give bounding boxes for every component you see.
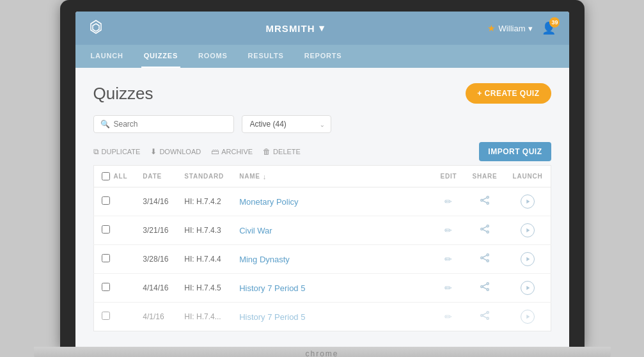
title-chevron: ▾: [319, 22, 325, 34]
notification-area[interactable]: 👤 39: [542, 21, 556, 35]
col-header-edit: EDIT: [432, 166, 464, 187]
quiz-name-link[interactable]: History 7 Period 5: [239, 283, 305, 293]
quiz-name-link[interactable]: Civil War: [239, 226, 272, 235]
download-icon: ⬇: [150, 147, 157, 156]
search-box: 🔍: [93, 115, 234, 133]
svg-marker-25: [526, 286, 530, 290]
svg-line-24: [483, 287, 487, 289]
quiz-name-link[interactable]: Monetary Policy: [239, 197, 298, 207]
quiz-name-link[interactable]: History 7 Period 5: [239, 312, 305, 322]
edit-icon[interactable]: ✏: [444, 283, 452, 293]
user-area[interactable]: ★ William ▾: [487, 23, 533, 33]
svg-line-18: [483, 258, 487, 260]
search-input[interactable]: [114, 120, 227, 129]
row-standard: HI: H.7.4.3: [177, 216, 232, 245]
download-button[interactable]: ⬇ DOWNLOAD: [150, 147, 201, 156]
svg-point-28: [487, 317, 489, 319]
launch-icon[interactable]: [521, 252, 535, 266]
svg-point-20: [487, 283, 489, 285]
app-title: MRSMITH: [266, 23, 315, 34]
share-icon[interactable]: [480, 311, 490, 322]
svg-point-9: [481, 228, 483, 230]
table-row: 3/21/16 HI: H.7.4.3 Civil War ✏: [93, 216, 551, 245]
quiz-table: ALL DATE STANDARD NAME ↓: [93, 165, 551, 331]
import-quiz-button[interactable]: IMPORT QUIZ: [479, 142, 551, 161]
svg-point-22: [487, 289, 489, 290]
edit-icon[interactable]: ✏: [444, 196, 452, 207]
create-quiz-button[interactable]: + CREATE QUIZ: [466, 83, 551, 104]
row-edit-cell: ✏: [432, 303, 464, 331]
filter-select[interactable]: Active (44): [242, 115, 331, 133]
nav-quizzes[interactable]: QUIZZES: [141, 45, 180, 68]
row-name: History 7 Period 5: [232, 274, 432, 303]
screen-bezel: MRSMITH ▾ ★ William ▾ 👤 39: [60, 0, 585, 347]
app: MRSMITH ▾ ★ William ▾ 👤 39: [75, 12, 569, 347]
row-date: 4/1/16: [135, 303, 177, 331]
duplicate-icon: ⧉: [93, 147, 99, 156]
table-row: 3/14/16 HI: H.7.4.2 Monetary Policy ✏: [93, 187, 551, 216]
archive-icon: 🗃: [211, 147, 219, 156]
col-header-check: ALL: [93, 166, 135, 187]
svg-line-23: [483, 284, 487, 286]
row-checkbox-cell: [93, 274, 135, 303]
row-edit-cell: ✏: [432, 216, 464, 245]
share-icon[interactable]: [480, 196, 490, 207]
svg-marker-19: [526, 257, 530, 262]
edit-icon[interactable]: ✏: [444, 254, 452, 264]
col-header-share: SHARE: [464, 166, 505, 187]
main-content: Quizzes + CREATE QUIZ 🔍 Active (44): [75, 68, 569, 347]
row-checkbox[interactable]: [102, 225, 110, 234]
svg-point-15: [481, 257, 483, 258]
page-title: Quizzes: [93, 84, 153, 104]
launch-icon[interactable]: [521, 310, 535, 324]
share-icon[interactable]: [480, 253, 490, 264]
nav-launch[interactable]: LAUNCH: [88, 45, 126, 68]
row-checkbox[interactable]: [102, 254, 110, 262]
launch-icon[interactable]: [521, 223, 535, 237]
row-launch-cell: [505, 303, 551, 331]
sort-arrow-icon: ↓: [263, 173, 267, 180]
col-header-launch: LAUNCH: [505, 166, 551, 187]
svg-line-17: [483, 255, 487, 257]
row-edit-cell: ✏: [432, 245, 464, 274]
col-header-standard: STANDARD: [177, 166, 232, 187]
edit-icon[interactable]: ✏: [444, 225, 452, 235]
page-title-row: Quizzes + CREATE QUIZ: [93, 83, 551, 104]
row-date: 4/14/16: [135, 274, 177, 303]
svg-line-30: [483, 316, 487, 318]
row-checkbox[interactable]: [102, 312, 110, 320]
svg-marker-1: [93, 24, 99, 31]
app-logo: [88, 19, 104, 38]
nav-results[interactable]: RESULTS: [246, 45, 287, 68]
row-checkbox[interactable]: [102, 283, 110, 291]
row-share-cell: [464, 303, 505, 331]
svg-point-14: [487, 254, 489, 256]
select-all-checkbox[interactable]: [102, 172, 110, 180]
launch-icon[interactable]: [521, 281, 535, 295]
delete-button[interactable]: 🗑 DELETE: [263, 147, 301, 156]
launch-icon[interactable]: [521, 194, 535, 209]
archive-button[interactable]: 🗃 ARCHIVE: [211, 147, 253, 156]
search-filter-row: 🔍 Active (44): [93, 115, 551, 133]
app-title-area: MRSMITH ▾: [266, 22, 325, 34]
row-name: Monetary Policy: [232, 187, 432, 216]
quiz-name-link[interactable]: Ming Dynasty: [239, 255, 290, 264]
edit-icon[interactable]: ✏: [444, 312, 452, 322]
share-icon[interactable]: [480, 282, 490, 293]
col-header-name[interactable]: NAME ↓: [232, 166, 432, 187]
share-icon[interactable]: [480, 225, 490, 235]
row-standard: HI: H.7.4...: [177, 303, 232, 331]
nav-reports[interactable]: REPORTS: [302, 45, 345, 68]
svg-point-4: [487, 202, 489, 204]
nav-rooms[interactable]: ROOMS: [196, 45, 230, 68]
svg-line-29: [483, 313, 487, 315]
duplicate-button[interactable]: ⧉ DUPLICATE: [93, 147, 141, 156]
laptop-frame: MRSMITH ▾ ★ William ▾ 👤 39: [60, 0, 585, 357]
table-row: 4/1/16 HI: H.7.4... History 7 Period 5 ✏: [93, 303, 551, 331]
filter-select-wrap: Active (44): [242, 115, 331, 133]
row-launch-cell: [505, 187, 551, 216]
row-checkbox-cell: [93, 187, 135, 216]
action-bar-left: ⧉ DUPLICATE ⬇ DOWNLOAD 🗃 ARCHIVE: [93, 147, 301, 156]
row-checkbox[interactable]: [102, 196, 110, 205]
row-date: 3/21/16: [135, 216, 177, 245]
